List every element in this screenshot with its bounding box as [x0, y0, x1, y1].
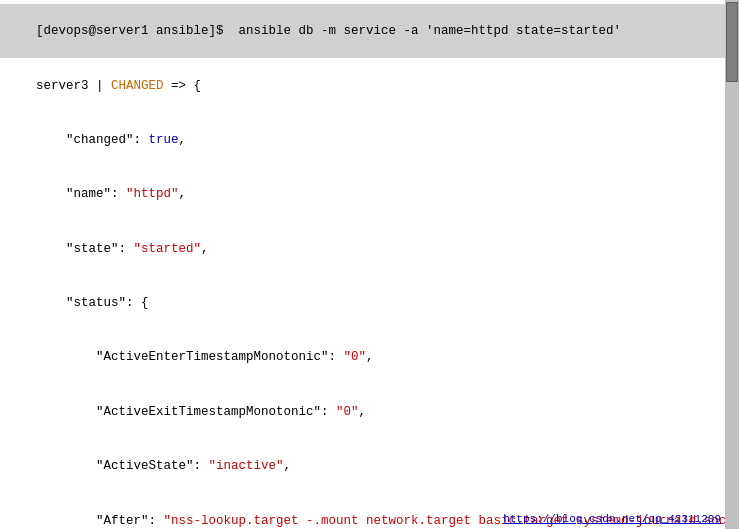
output-line: "status": { — [0, 276, 739, 330]
output-line: "ActiveExitTimestampMonotonic": "0", — [0, 385, 739, 439]
command-line: [devops@server1 ansible]$ ansible db -m … — [0, 4, 739, 58]
scrollbar[interactable] — [725, 0, 739, 529]
output-line: "name": "httpd", — [0, 167, 739, 221]
output-line: "changed": true, — [0, 113, 739, 167]
output-line: "state": "started", — [0, 222, 739, 276]
watermark-link: https://blog.csdn.net/qq_42311209 — [503, 513, 721, 525]
command-text: [devops@server1 ansible]$ ansible db -m … — [36, 24, 621, 38]
output-line: "ActiveEnterTimestampMonotonic": "0", — [0, 330, 739, 384]
scrollbar-thumb[interactable] — [726, 2, 738, 82]
changed-line: server3 | CHANGED => { — [0, 58, 739, 112]
terminal-window: [devops@server1 ansible]$ ansible db -m … — [0, 0, 739, 529]
output-line: "ActiveState": "inactive", — [0, 439, 739, 493]
